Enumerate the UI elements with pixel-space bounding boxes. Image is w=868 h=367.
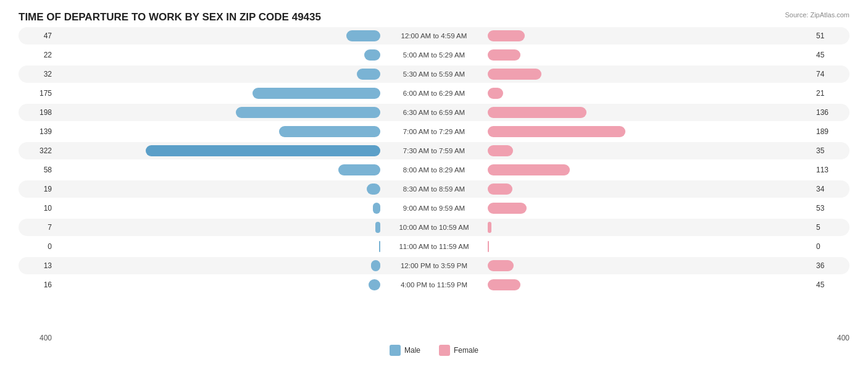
table-row: 10 9:00 AM to 9:59 AM 53 <box>19 200 849 217</box>
bar-right-container <box>486 125 812 138</box>
bars-area: 5:30 AM to 5:59 AM <box>56 65 812 83</box>
bar-left-container <box>56 259 382 272</box>
bar-female <box>488 184 512 195</box>
table-row: 22 5:00 AM to 5:29 AM 45 <box>19 46 849 64</box>
bar-right-container <box>486 259 812 272</box>
bars-area: 4:00 PM to 11:59 PM <box>56 276 812 293</box>
bar-left-container <box>56 106 382 119</box>
bar-right-container <box>486 87 812 99</box>
bar-right-container <box>486 68 812 80</box>
female-value: 113 <box>812 166 849 174</box>
time-label: 6:00 AM to 6:29 AM <box>382 90 486 97</box>
female-value: 74 <box>812 70 849 78</box>
bar-left-container <box>56 183 382 195</box>
male-value: 175 <box>19 89 56 98</box>
table-row: 19 8:30 AM to 8:59 AM 34 <box>19 180 849 198</box>
time-label: 6:30 AM to 6:59 AM <box>382 109 486 116</box>
female-value: 34 <box>812 185 849 193</box>
time-label: 12:00 PM to 3:59 PM <box>382 262 486 269</box>
bar-right-container <box>486 240 812 253</box>
bar-left-container <box>56 279 382 291</box>
bar-male <box>338 164 380 175</box>
time-label: 5:30 AM to 5:59 AM <box>382 70 486 78</box>
chart-area: 47 12:00 AM to 4:59 AM 51 22 5:00 AM to … <box>19 27 849 330</box>
bar-female <box>488 203 527 214</box>
bar-right-container <box>486 202 812 214</box>
bar-male <box>279 126 380 137</box>
bar-left-container <box>56 30 382 42</box>
time-label: 8:00 AM to 8:29 AM <box>382 166 486 174</box>
male-value: 7 <box>19 223 56 232</box>
time-label: 8:30 AM to 8:59 AM <box>382 185 486 193</box>
legend-female: Female <box>439 345 478 356</box>
bars-area: 12:00 AM to 4:59 AM <box>56 27 812 44</box>
bar-right-container <box>486 221 812 234</box>
male-value: 0 <box>19 242 56 251</box>
bar-left-container <box>56 240 382 253</box>
bar-left-container <box>56 49 382 61</box>
legend-swatch-male <box>390 345 401 356</box>
time-label: 7:30 AM to 7:59 AM <box>382 147 486 154</box>
bar-female <box>488 88 503 99</box>
bar-female <box>488 241 489 252</box>
male-value: 47 <box>19 32 56 40</box>
bar-male <box>375 222 380 233</box>
bar-male <box>346 30 380 41</box>
table-row: 58 8:00 AM to 8:29 AM 113 <box>19 161 849 179</box>
bar-left-container <box>56 125 382 138</box>
time-label: 7:00 AM to 7:29 AM <box>382 128 486 135</box>
male-value: 322 <box>19 146 56 155</box>
table-row: 32 5:30 AM to 5:59 AM 74 <box>19 65 849 83</box>
legend-male-label: Male <box>404 346 420 355</box>
bar-female <box>488 30 525 41</box>
legend-male: Male <box>390 345 420 356</box>
bar-male <box>146 145 380 156</box>
bar-male <box>364 49 380 61</box>
time-label: 11:00 AM to 11:59 AM <box>382 243 486 250</box>
female-value: 35 <box>812 146 849 155</box>
bar-male <box>369 279 380 290</box>
bar-left-container <box>56 145 382 157</box>
bar-right-container <box>486 49 812 61</box>
male-value: 16 <box>19 281 56 289</box>
bar-female <box>488 145 513 156</box>
bars-area: 9:00 AM to 9:59 AM <box>56 200 812 217</box>
female-value: 45 <box>812 281 849 289</box>
bar-right-container <box>486 183 812 195</box>
female-value: 5 <box>812 223 849 232</box>
male-value: 139 <box>19 127 56 136</box>
time-label: 9:00 AM to 9:59 AM <box>382 205 486 212</box>
female-value: 21 <box>812 89 849 98</box>
table-row: 7 10:00 AM to 10:59 AM 5 <box>19 219 849 236</box>
bars-area: 7:30 AM to 7:59 AM <box>56 142 812 159</box>
time-label: 4:00 PM to 11:59 PM <box>382 281 486 289</box>
male-value: 13 <box>19 261 56 270</box>
table-row: 198 6:30 AM to 6:59 AM 136 <box>19 104 849 121</box>
female-value: 45 <box>812 51 849 59</box>
bars-area: 6:00 AM to 6:29 AM <box>56 85 812 102</box>
bar-left-container <box>56 87 382 99</box>
bar-right-container <box>486 30 812 42</box>
bar-female <box>488 69 541 80</box>
chart-title: TIME OF DEPARTURE TO WORK BY SEX IN ZIP … <box>19 11 849 23</box>
bars-area: 5:00 AM to 5:29 AM <box>56 46 812 64</box>
source-text: Source: ZipAtlas.com <box>785 11 849 19</box>
bar-female <box>488 49 520 61</box>
bar-left-container <box>56 202 382 214</box>
table-row: 13 12:00 PM to 3:59 PM 36 <box>19 257 849 274</box>
bar-male <box>236 107 380 118</box>
legend-area: Male Female <box>19 345 849 356</box>
chart-container: TIME OF DEPARTURE TO WORK BY SEX IN ZIP … <box>0 0 868 367</box>
bar-left-container <box>56 68 382 80</box>
bar-male <box>373 203 380 214</box>
legend-female-label: Female <box>454 346 478 355</box>
bar-female <box>488 279 520 290</box>
bar-male <box>357 69 380 80</box>
bar-male <box>371 260 380 271</box>
female-value: 189 <box>812 127 849 136</box>
table-row: 322 7:30 AM to 7:59 AM 35 <box>19 142 849 159</box>
bars-area: 6:30 AM to 6:59 AM <box>56 104 812 121</box>
table-row: 47 12:00 AM to 4:59 AM 51 <box>19 27 849 44</box>
bar-female <box>488 126 625 137</box>
male-value: 22 <box>19 51 56 59</box>
